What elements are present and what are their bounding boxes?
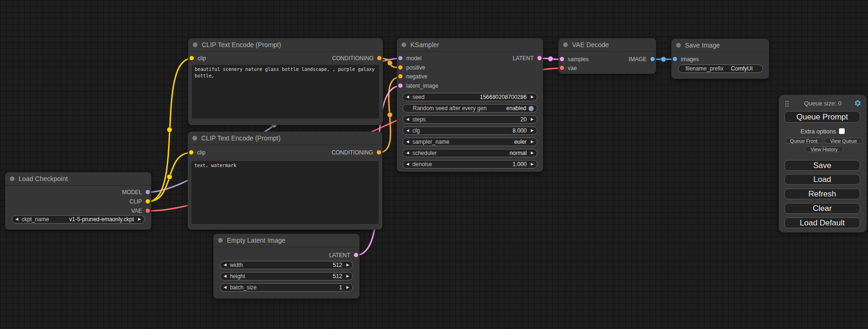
model-output-slot[interactable] [145,189,150,195]
decrement-arrow-icon[interactable]: ◀ [224,263,226,267]
queue-menu-panel[interactable]: Queue size: 0 Queue Prompt Extra options… [779,95,867,232]
width-widget[interactable]: ◀ width 512 ▶ [220,261,353,269]
widget-value: enabled [506,105,526,112]
samples-input-slot[interactable] [559,56,565,62]
increment-arrow-icon[interactable]: ▶ [346,263,349,267]
increment-arrow-icon[interactable]: ▶ [531,129,534,133]
widget-value: normal [509,150,527,156]
prompt-text-area[interactable]: text, watermark [191,161,379,224]
widget-value: v1-5-pruned-emaonly.ckpt [69,216,134,223]
node-save-image[interactable]: Save Image images filename_prefix ComfyU… [671,39,769,79]
clip-output-slot[interactable] [145,199,150,204]
prompt-text-area[interactable]: beautiful scenery nature glass bottle la… [192,65,379,119]
node-header[interactable]: Load Checkpoint [5,172,151,186]
latent-output-slot[interactable] [353,252,359,258]
node-collapse-dot-icon[interactable] [563,42,568,47]
height-widget[interactable]: ◀ height 512 ▶ [220,272,353,280]
image-output-slot[interactable] [650,56,655,62]
increment-arrow-icon[interactable]: ▶ [346,286,349,289]
cfg-widget[interactable]: ◀ cfg 8.000 ▶ [402,126,537,135]
clip-input-slot[interactable] [189,56,194,61]
seed-widget[interactable]: ◀ seed 156680208700286 ▶ [402,93,537,101]
node-empty-latent-image[interactable]: Empty Latent Image LATENT ◀ width 512 ▶ … [213,234,360,299]
widget-label: Random seed after every gen [413,105,487,112]
node-header[interactable]: KSampler [397,38,543,52]
latent-output-slot[interactable] [537,56,542,61]
decrement-arrow-icon[interactable]: ◀ [224,274,226,278]
widget-value: 512 [333,273,342,280]
queue-prompt-button[interactable]: Queue Prompt [784,111,860,123]
node-header[interactable]: CLIP Text Encode (Prompt) [188,38,383,52]
view-history-button[interactable]: View History [804,146,844,152]
node-collapse-dot-icon[interactable] [402,42,406,47]
decrement-arrow-icon[interactable]: ◀ [406,151,409,155]
increment-arrow-icon[interactable]: ▶ [531,140,534,144]
input-label-clip: clip [197,149,205,156]
images-input-slot[interactable] [672,56,677,62]
input-label-clip: clip [198,55,206,62]
clip-input-slot[interactable] [189,150,194,155]
increment-arrow-icon[interactable]: ▶ [531,95,534,99]
toggle-on-icon[interactable] [529,106,534,111]
node-ksampler[interactable]: KSampler model positive negative latent_… [397,38,543,172]
decrement-arrow-icon[interactable]: ◀ [406,162,409,166]
increment-arrow-icon[interactable]: ▶ [531,118,534,121]
queue-front-button[interactable]: Queue Front [785,138,823,144]
extra-options-checkbox[interactable] [839,128,845,134]
widget-value: 156680208700286 [480,94,527,100]
node-header[interactable]: Save Image [671,39,769,52]
denoise-widget[interactable]: ◀ denoise 1.000 ▶ [402,160,537,168]
node-header[interactable]: Empty Latent Image [213,234,360,247]
increment-arrow-icon[interactable]: ▶ [531,162,534,166]
node-header[interactable]: CLIP Text Encode (Prompt) [188,132,382,145]
batch-size-widget[interactable]: ◀ batch_size 1 ▶ [220,283,353,292]
positive-input-slot[interactable] [398,65,403,70]
clear-button[interactable]: Clear [784,203,860,214]
sampler-name-widget[interactable]: ◀ sampler_name euler ▶ [402,138,537,146]
refresh-button[interactable]: Refresh [784,189,860,199]
node-clip-text-encode-positive[interactable]: CLIP Text Encode (Prompt) clip CONDITION… [188,38,383,125]
output-label-latent: LATENT [329,252,350,259]
negative-input-slot[interactable] [398,74,403,79]
model-input-slot[interactable] [398,56,403,61]
node-collapse-dot-icon[interactable] [676,43,681,48]
scheduler-widget[interactable]: ◀ scheduler normal ▶ [402,149,537,157]
increment-arrow-icon[interactable]: ▶ [531,151,534,155]
save-button[interactable]: Save [784,160,860,171]
conditioning-output-slot[interactable] [376,150,381,155]
node-header[interactable]: VAE Decode [558,38,656,52]
node-load-checkpoint[interactable]: Load Checkpoint MODEL CLIP VAE ◀ ckpt_na… [5,172,151,230]
settings-gear-icon[interactable] [854,99,861,107]
increment-arrow-icon[interactable]: ▶ [138,217,141,221]
widget-label: height [230,273,245,280]
view-queue-button[interactable]: View Queue [824,138,863,144]
increment-arrow-icon[interactable]: ▶ [346,274,349,278]
node-clip-text-encode-negative[interactable]: CLIP Text Encode (Prompt) clip CONDITION… [188,132,382,230]
vae-output-slot[interactable] [145,208,150,213]
node-vae-decode[interactable]: VAE Decode samples vae IMAGE [558,38,656,74]
widget-label: batch_size [230,284,256,291]
node-graph-canvas[interactable]: Load Checkpoint MODEL CLIP VAE ◀ ckpt_na… [0,0,868,329]
vae-input-slot[interactable] [559,65,565,70]
filename-prefix-widget[interactable]: filename_prefix ComfyUI [678,64,763,73]
latent-image-input-slot[interactable] [398,83,403,88]
output-label-conditioning: CONDITIONING [332,55,374,62]
ckpt-name-widget[interactable]: ◀ ckpt_name v1-5-pruned-emaonly.ckpt ▶ [12,215,145,224]
random-seed-toggle-widget[interactable]: Random seed after every gen enabled [402,104,537,112]
load-default-button[interactable]: Load Default [784,217,860,228]
decrement-arrow-icon[interactable]: ◀ [406,140,409,144]
node-collapse-dot-icon[interactable] [193,42,198,47]
node-collapse-dot-icon[interactable] [10,176,14,181]
decrement-arrow-icon[interactable]: ◀ [406,129,409,133]
load-button[interactable]: Load [784,174,860,185]
decrement-arrow-icon[interactable]: ◀ [15,217,18,221]
conditioning-output-slot[interactable] [377,56,382,61]
node-title: KSampler [410,41,439,49]
decrement-arrow-icon[interactable]: ◀ [406,118,409,121]
steps-widget[interactable]: ◀ steps 20 ▶ [402,115,537,124]
node-collapse-dot-icon[interactable] [192,136,197,140]
widget-label: width [230,262,243,268]
decrement-arrow-icon[interactable]: ◀ [224,286,226,289]
decrement-arrow-icon[interactable]: ◀ [406,95,409,99]
node-collapse-dot-icon[interactable] [218,238,223,243]
